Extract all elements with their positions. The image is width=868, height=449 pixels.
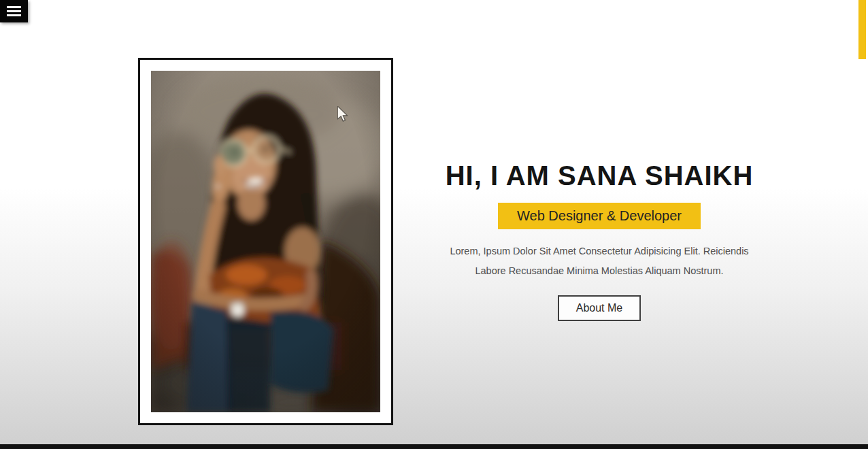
role-badge: Web Designer & Developer [498,203,701,229]
hero-description: Lorem, Ipsum Dolor Sit Amet Consectetur … [450,242,748,281]
scrollbar-track[interactable] [858,0,868,444]
arrow-cursor-icon [337,106,348,123]
bottom-letterbox-bar [0,444,868,449]
hero-description-line1: Lorem, Ipsum Dolor Sit Amet Consectetur … [450,242,748,261]
scrollbar-thumb[interactable] [858,0,866,59]
page: HI, I AM SANA SHAIKH Web Designer & Deve… [0,0,868,449]
hamburger-menu-button[interactable] [0,0,28,22]
hero-heading: HI, I AM SANA SHAIKH [446,161,754,191]
about-me-button[interactable]: About Me [558,295,641,321]
portrait-photo-frame [138,58,393,425]
hero-description-line2: Labore Recusandae Minima Molestias Aliqu… [450,261,748,281]
hero-section: HI, I AM SANA SHAIKH Web Designer & Deve… [429,161,769,321]
